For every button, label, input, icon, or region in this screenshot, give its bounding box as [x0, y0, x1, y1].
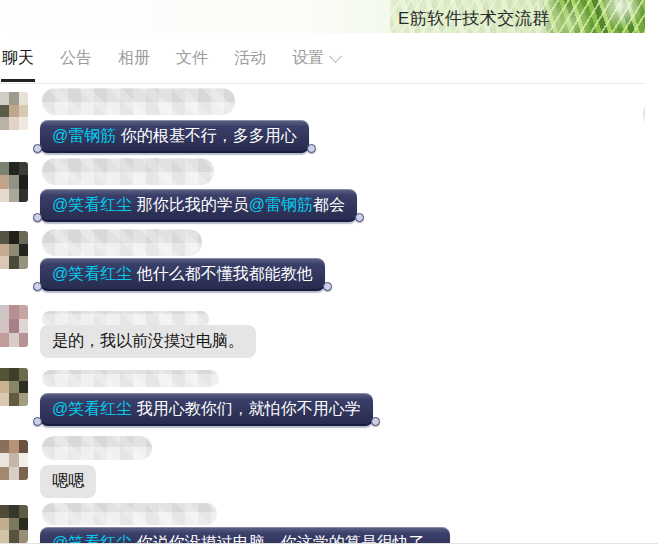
tab-files[interactable]: 文件 [175, 33, 209, 83]
avatar-pixel [0, 319, 9, 333]
message-bubble-light: 是的，我以前没摸过电脑。 [40, 325, 256, 358]
avatar-pixel [0, 162, 9, 175]
avatar-pixel [0, 381, 9, 394]
avatar[interactable] [0, 440, 28, 480]
avatar-pixel [9, 105, 18, 118]
group-banner: E筋软件技术交流群 [0, 0, 658, 33]
message-bubble-light: 嗯嗯 [40, 465, 96, 498]
avatar-pixel [9, 256, 18, 269]
avatar-pixel [19, 333, 28, 347]
avatar-pixel [9, 505, 18, 518]
avatar-pixel [19, 175, 28, 188]
avatar-pixel [0, 453, 9, 466]
message-bubble-dark: @雷钢筋 你的根基不行，多多用心 [40, 120, 309, 153]
avatar-pixel [0, 92, 9, 105]
mention-link[interactable]: @雷钢筋 [249, 196, 313, 213]
avatar-pixel [0, 393, 9, 406]
avatar-pixel [9, 231, 18, 244]
bubble-pin-right [371, 417, 380, 426]
avatar[interactable] [0, 505, 28, 543]
scrollbar-track[interactable] [645, 0, 658, 549]
message-bubble-dark: @笑看红尘 你说你没摸过电脑，你这学的算是很快了 [40, 527, 450, 543]
avatar-pixel [9, 453, 18, 466]
avatar-pixel [19, 305, 28, 319]
tab-announcements[interactable]: 公告 [59, 33, 93, 83]
avatar-pixel [0, 368, 9, 381]
message-bubble-dark: @笑看红尘 他什么都不懂我都能教他 [40, 258, 325, 291]
avatar-pixel [19, 530, 28, 543]
message-text: 那你比我的学员 [132, 196, 248, 213]
message-bubble-dark: @笑看红尘 我用心教你们，就怕你不用心学 [40, 393, 373, 426]
censored-username [42, 158, 214, 185]
avatar-pixel [0, 440, 9, 453]
tab-label: 公告 [60, 48, 92, 69]
avatar[interactable] [0, 231, 28, 269]
avatar-pixel [9, 440, 18, 453]
avatar-pixel [0, 117, 9, 130]
mention-link[interactable]: @笑看红尘 [52, 534, 132, 543]
avatar-pixel [9, 333, 18, 347]
avatar-pixel [19, 231, 28, 244]
bubble-pin-left [33, 282, 42, 291]
mention-link[interactable]: @笑看红尘 [52, 196, 132, 213]
avatar-pixel [9, 518, 18, 531]
tab-label: 聊天 [2, 48, 34, 69]
avatar-pixel [0, 505, 9, 518]
avatar-pixel [9, 175, 18, 188]
tab-settings[interactable]: 设置 [291, 33, 341, 83]
tab-label: 设置 [292, 48, 324, 69]
censored-username [42, 370, 219, 387]
avatar-pixel [9, 244, 18, 257]
avatar[interactable] [0, 368, 28, 406]
bubble-pin-left [33, 213, 42, 222]
message-text: 他什么都不懂我都能教他 [132, 265, 312, 282]
tab-chat[interactable]: 聊天 [1, 33, 35, 83]
avatar-pixel [19, 244, 28, 257]
censored-username [42, 88, 235, 115]
mention-link[interactable]: @笑看红尘 [52, 265, 132, 282]
avatar-pixel [19, 381, 28, 394]
avatar-pixel [9, 117, 18, 130]
avatar[interactable] [0, 92, 28, 130]
bubble-pin-left [33, 417, 42, 426]
avatar-pixel [19, 368, 28, 381]
avatar-pixel [9, 305, 18, 319]
chat-message-list[interactable]: @雷钢筋 你的根基不行，多多用心@笑看红尘 那你比我的学员@雷钢筋都会@笑看红尘… [0, 84, 658, 543]
avatar-pixel [9, 393, 18, 406]
bubble-pin-left [33, 144, 42, 153]
avatar-pixel [0, 231, 9, 244]
tab-album[interactable]: 相册 [117, 33, 151, 83]
message-text: 嗯嗯 [52, 472, 84, 489]
avatar-pixel [0, 518, 9, 531]
message-bubble-dark: @笑看红尘 那你比我的学员@雷钢筋都会 [40, 189, 357, 222]
avatar-pixel [0, 175, 9, 188]
avatar-pixel [19, 105, 28, 118]
avatar-pixel [0, 333, 9, 347]
avatar-pixel [19, 440, 28, 453]
mention-link[interactable]: @笑看红尘 [52, 400, 132, 417]
avatar-pixel [0, 305, 9, 319]
avatar[interactable] [0, 162, 28, 202]
avatar[interactable] [0, 305, 28, 347]
avatar-pixel [0, 105, 9, 118]
avatar-pixel [9, 467, 18, 480]
chevron-down-icon [329, 50, 342, 63]
censored-username [42, 436, 152, 460]
avatar-pixel [19, 256, 28, 269]
censored-username [42, 503, 217, 525]
bubble-pin-right [355, 213, 364, 222]
bubble-pin-right [323, 282, 332, 291]
avatar-pixel [19, 319, 28, 333]
avatar-pixel [9, 381, 18, 394]
avatar-pixel [9, 189, 18, 202]
avatar-pixel [0, 530, 9, 543]
avatar-pixel [19, 467, 28, 480]
avatar-pixel [9, 319, 18, 333]
banner-grass-photo [537, 0, 645, 33]
avatar-pixel [0, 467, 9, 480]
tab-activities[interactable]: 活动 [233, 33, 267, 83]
avatar-pixel [19, 505, 28, 518]
mention-link[interactable]: @雷钢筋 [52, 127, 116, 144]
tab-list: 聊天公告相册文件活动设置 [0, 33, 645, 83]
avatar-pixel [19, 117, 28, 130]
